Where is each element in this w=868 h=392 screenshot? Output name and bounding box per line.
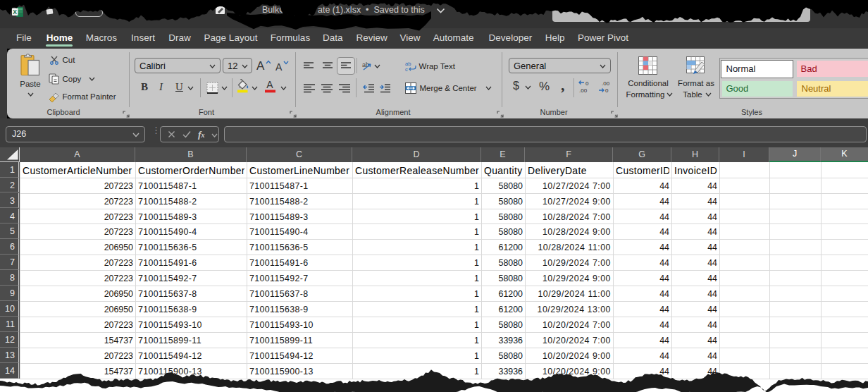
- svg-text:X: X: [13, 8, 17, 16]
- svg-text:c: c: [405, 66, 408, 72]
- svg-text:0: 0: [605, 87, 609, 94]
- svg-text:A: A: [266, 80, 273, 90]
- svg-text:0: 0: [585, 80, 589, 87]
- svg-text:.00: .00: [579, 87, 588, 94]
- svg-text:.00: .00: [602, 80, 610, 87]
